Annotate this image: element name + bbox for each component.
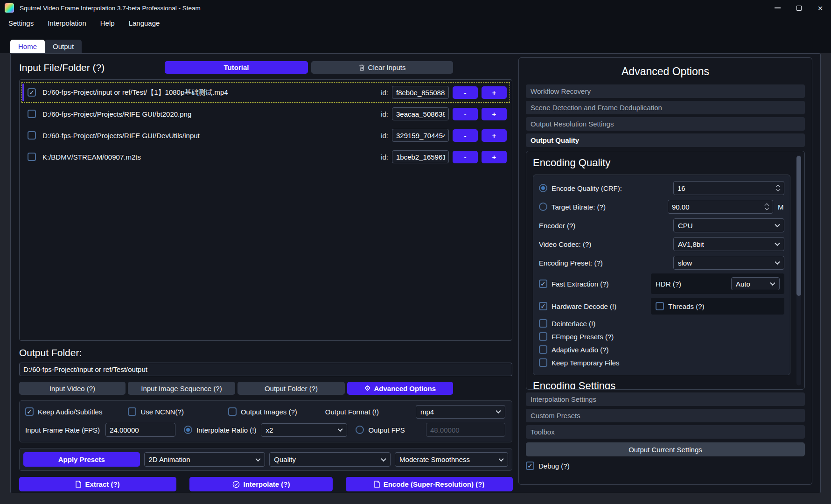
bitrate-radio[interactable] bbox=[539, 203, 547, 211]
adaptive-audio-checkbox[interactable] bbox=[539, 345, 547, 354]
output-folder-button[interactable]: Output Folder (?) bbox=[237, 382, 345, 395]
app-icon bbox=[5, 3, 14, 13]
file-checkbox[interactable] bbox=[28, 110, 36, 118]
interpolate-ratio-select[interactable]: x2 bbox=[261, 423, 347, 437]
codec-select[interactable]: AV1,8bit bbox=[673, 237, 784, 251]
file-row[interactable]: D:/60-fps-Project/Projects/RIFE GUI/bt20… bbox=[21, 104, 510, 124]
section-toolbox[interactable]: Toolbox bbox=[526, 425, 805, 439]
debug-checkbox[interactable] bbox=[526, 462, 534, 470]
file-id-input[interactable] bbox=[392, 107, 449, 120]
fast-extraction-row: Fast Extraction (?) HDR (?) Auto bbox=[539, 272, 784, 295]
section-custom-presets[interactable]: Custom Presets bbox=[526, 409, 805, 422]
section-interpolation-settings[interactable]: Interpolation Settings bbox=[526, 392, 805, 406]
add-file-button[interactable]: + bbox=[482, 151, 507, 163]
menu-interpolation[interactable]: Interpolation bbox=[48, 19, 86, 27]
adaptive-audio-label: Adaptive Audio (?) bbox=[552, 346, 609, 354]
tab-strip: Home Output bbox=[10, 40, 82, 53]
remove-file-button[interactable]: - bbox=[453, 151, 478, 163]
encoding-quality-group: Encode Quality (CRF): Target Bitrate: (?… bbox=[533, 175, 790, 375]
file-checkbox[interactable] bbox=[28, 88, 36, 97]
file-row[interactable]: K:/BDMV/STREAM/00907.m2ts id: - + bbox=[21, 147, 510, 167]
id-label: id: bbox=[381, 110, 388, 118]
file-checkbox[interactable] bbox=[28, 153, 36, 161]
threads-checkbox[interactable] bbox=[656, 302, 664, 310]
fast-extraction-checkbox[interactable] bbox=[539, 280, 547, 288]
ffmpeg-presets-checkbox[interactable] bbox=[539, 332, 547, 341]
add-file-button[interactable]: + bbox=[482, 129, 507, 142]
section-workflow-recovery[interactable]: Workflow Recovery bbox=[526, 84, 805, 98]
encoding-preset-select[interactable]: slow bbox=[673, 256, 784, 270]
clear-inputs-button[interactable]: Clear Inputs bbox=[311, 61, 453, 74]
output-fps-label: Output FPS bbox=[368, 426, 405, 434]
output-current-settings-button[interactable]: Output Current Settings bbox=[526, 442, 805, 456]
extract-button[interactable]: Extract (?) bbox=[19, 477, 176, 491]
remove-file-button[interactable]: - bbox=[453, 129, 478, 142]
input-fps-field[interactable] bbox=[105, 423, 175, 437]
bitrate-label: Target Bitrate: (?) bbox=[552, 203, 606, 211]
bitrate-input[interactable] bbox=[668, 200, 773, 214]
keep-audio-checkbox[interactable] bbox=[25, 407, 34, 416]
file-id-input[interactable] bbox=[392, 150, 449, 163]
preset-smoothness-select[interactable]: Moderate Smoothness bbox=[395, 452, 508, 467]
title-bar[interactable]: Squirrel Video Frame Interpolation 3.7-b… bbox=[0, 0, 831, 16]
codec-row: Video Codec: (?) AV1,8bit bbox=[539, 235, 784, 253]
bitrate-spinner[interactable] bbox=[668, 200, 773, 214]
crf-radio[interactable] bbox=[539, 184, 547, 192]
chevron-down-icon bbox=[770, 280, 775, 286]
use-ncnn-checkbox[interactable] bbox=[128, 407, 136, 416]
chevron-down-icon bbox=[498, 456, 503, 461]
remove-file-button[interactable]: - bbox=[453, 86, 478, 99]
add-file-button[interactable]: + bbox=[482, 86, 507, 99]
hardware-decode-checkbox[interactable] bbox=[539, 302, 547, 310]
section-scene-detection[interactable]: Scene Detection and Frame Deduplication bbox=[526, 101, 805, 114]
file-id-input[interactable] bbox=[392, 86, 449, 99]
output-fps-field[interactable] bbox=[426, 423, 505, 437]
menu-help[interactable]: Help bbox=[100, 19, 115, 27]
file-path: D:/60-fps-Project/Projects/RIFE GUI/DevU… bbox=[42, 132, 200, 140]
encoder-label: Encoder (?) bbox=[539, 222, 575, 230]
bitrate-row: Target Bitrate: (?) M bbox=[539, 197, 784, 216]
interpolate-ratio-radio[interactable] bbox=[184, 426, 192, 434]
menu-language[interactable]: Language bbox=[129, 19, 160, 27]
scrollbar-track[interactable] bbox=[796, 155, 801, 385]
output-fps-radio[interactable] bbox=[356, 426, 364, 434]
tutorial-button[interactable]: Tutorial bbox=[165, 61, 308, 74]
selection-stripe bbox=[22, 84, 24, 101]
output-images-checkbox[interactable] bbox=[228, 407, 237, 416]
file-row[interactable]: D:/60-fps-Project/Projects/RIFE GUI/DevU… bbox=[21, 125, 510, 146]
crf-input[interactable] bbox=[673, 181, 784, 195]
advanced-options-button[interactable]: Advanced Options bbox=[347, 382, 453, 395]
close-button[interactable] bbox=[810, 0, 831, 16]
output-folder-input[interactable] bbox=[19, 363, 512, 376]
encoder-select[interactable]: CPU bbox=[673, 218, 784, 232]
add-file-button[interactable]: + bbox=[482, 108, 507, 120]
minimize-button[interactable] bbox=[767, 0, 788, 16]
use-ncnn-label: Use NCNN(?) bbox=[140, 408, 184, 416]
input-image-sequence-button[interactable]: Input Image Sequence (?) bbox=[128, 382, 235, 395]
interpolate-button[interactable]: Interpolate (?) bbox=[189, 477, 333, 491]
keep-temp-checkbox[interactable] bbox=[539, 358, 547, 367]
output-format-select[interactable]: mp4 bbox=[416, 405, 505, 419]
remove-file-button[interactable]: - bbox=[453, 108, 478, 120]
file-checkbox[interactable] bbox=[28, 131, 36, 140]
apply-presets-button[interactable]: Apply Presets bbox=[23, 452, 140, 467]
section-output-resolution[interactable]: Output Resolution Settings bbox=[526, 117, 805, 131]
tab-area: Home Output bbox=[0, 30, 831, 53]
file-id-input[interactable] bbox=[392, 129, 449, 142]
menu-settings[interactable]: Settings bbox=[8, 19, 34, 27]
tab-home[interactable]: Home bbox=[10, 40, 45, 53]
crf-spinner[interactable] bbox=[673, 181, 784, 195]
preset-quality-select[interactable]: Quality bbox=[269, 452, 391, 467]
preset-smoothness-value: Moderate Smoothness bbox=[399, 455, 470, 463]
scrollbar-thumb[interactable] bbox=[796, 156, 801, 296]
section-output-quality[interactable]: Output Quality bbox=[526, 133, 805, 147]
hdr-select[interactable]: Auto bbox=[731, 277, 780, 290]
file-row[interactable]: D:/60-fps-Project/input or ref/Test/【1】1… bbox=[21, 82, 510, 103]
hardware-decode-row: Hardware Decode (!) Threads (?) bbox=[539, 295, 784, 317]
maximize-button[interactable] bbox=[788, 0, 810, 16]
encode-button[interactable]: Encode (Super-Resolution) (?) bbox=[346, 477, 513, 491]
tab-output[interactable]: Output bbox=[45, 40, 82, 53]
deinterlace-checkbox[interactable] bbox=[539, 319, 547, 328]
input-video-button[interactable]: Input Video (?) bbox=[19, 382, 126, 395]
preset-category-select[interactable]: 2D Animation bbox=[144, 452, 265, 467]
